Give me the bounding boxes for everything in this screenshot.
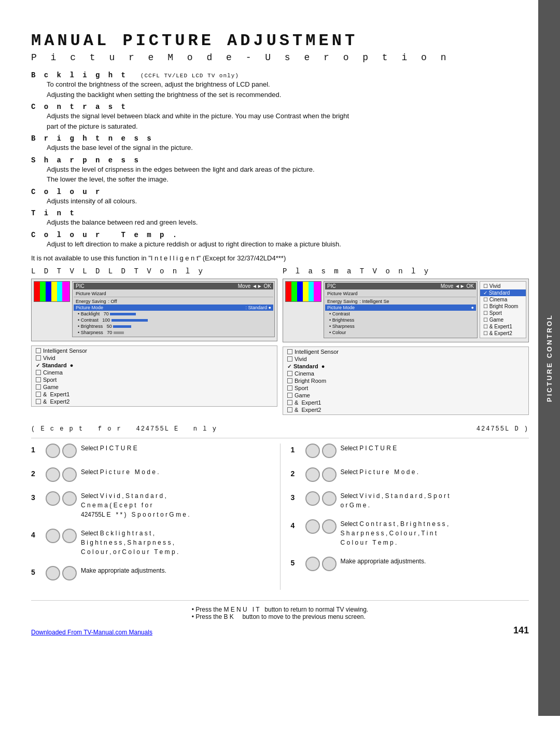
step-circle-2a xyxy=(46,467,60,482)
steps-right-col: 1 Select P I C T U R E 2 Select P i c t … xyxy=(291,444,529,590)
picture-mode-row-left: Picture Mode: Standard ● xyxy=(74,305,273,311)
section-desc-colour-temp: Adjust to left direction to make a pictu… xyxy=(47,239,529,250)
sidebar: PICTURE CONTROL xyxy=(538,0,560,716)
step-circle-r4a xyxy=(305,519,320,534)
dropdown-item-standard-left: ✓ Standard ● xyxy=(32,362,277,369)
step-left-2: 2 Select P i c t u r e M o d e . xyxy=(31,467,270,482)
section-title-tint: T i n t xyxy=(31,209,529,217)
except-left: ( E c e p t f o r 424755L E n l y xyxy=(31,425,217,433)
section-desc-contrast: Adjusts the signal level between black a… xyxy=(47,111,529,131)
dropdown-item-cinema-left: Cinema xyxy=(32,369,277,376)
chk-cinema-right xyxy=(287,371,292,376)
step-right-5: 5 Make appropriate adjustments. xyxy=(291,557,529,571)
dropdown-left: Intelligent Sensor Vivid ✓ Standard ● Ci… xyxy=(31,345,277,407)
section-title-backlight: B c k l i g h t (CCFL TV/LED LCD TV only… xyxy=(31,71,529,79)
bar-brightness: • Brightness 50 xyxy=(74,323,273,329)
picture-wizard-right: Picture Wizard xyxy=(325,290,476,297)
step-circle-r1b xyxy=(322,444,337,458)
dropdown-item-expert2-left: & Expert2 xyxy=(32,398,277,405)
chk-intelligent-right xyxy=(287,349,292,354)
step-circle-3a xyxy=(46,491,60,506)
section-desc-colour: Adjusts intensity of all colours. xyxy=(47,196,529,206)
footer-link[interactable]: Downloaded From TV-Manual.com Manuals xyxy=(31,629,152,636)
tv-controls-right: Move ◄► OK xyxy=(441,283,474,289)
dropdown-item-intelligent-sensor-left: Intelligent Sensor xyxy=(32,347,277,354)
step-circle-r5a xyxy=(305,557,320,571)
step-right-3: 3 Select V i v i d , S t a n d a r d , S… xyxy=(291,491,529,510)
dropdown-item-game-right: Game xyxy=(283,392,528,399)
bar-sharpness-right: • Sharpness xyxy=(325,323,476,329)
step-left-3: 3 Select V i v i d , S t a n d a r d , C… xyxy=(31,491,270,519)
dropdown-right-middle: Intelligent Sensor Vivid ✓ Standard ● Ci… xyxy=(283,347,529,415)
step-circle-1a xyxy=(46,444,60,458)
chk-expert2-right xyxy=(287,407,292,412)
plasma-dd-game: ☐ Game xyxy=(480,316,526,323)
bar-sharpness: • Sharpness 70 xyxy=(74,329,273,336)
step-right-2: 2 Select P i c t u r e M o d e . xyxy=(291,467,529,482)
col-right: P l a s m a T V o n l y PIC Move ◄► OK P… xyxy=(283,267,529,415)
except-row: ( E c e p t f o r 424755L E n l y 424755… xyxy=(31,425,529,433)
bar-contrast: • Contrast 100 xyxy=(74,317,273,323)
plasma-dd-cinema: ☐ Cinema xyxy=(480,296,526,303)
step-circle-1b xyxy=(62,444,77,458)
step-circle-r2a xyxy=(305,467,320,482)
picture-wizard-left: Picture Wizard xyxy=(74,290,273,297)
col-left-header: L D T V L D L D T V o n l y xyxy=(31,267,277,275)
chk-vivid-left xyxy=(36,355,41,361)
plasma-dd-expert1: ☐ & Expert1 xyxy=(480,323,526,330)
tv-controls-left: Move ◄► OK xyxy=(238,283,271,289)
dropdown-item-expert2-right: & Expert2 xyxy=(283,406,528,413)
checkmark-standard-right: ✓ xyxy=(287,364,291,369)
step-circle-r1a xyxy=(305,444,320,458)
step-circle-3b xyxy=(62,491,77,506)
section-desc-tint: Adjusts the balance between red and gree… xyxy=(47,217,529,228)
dropdown-item-vivid-right: Vivid xyxy=(283,355,528,363)
plasma-dd-bright-room: ☐ Bright Room xyxy=(480,303,526,310)
step-right-4: 4 Select C o n t r a s t , B r i g h t n… xyxy=(291,519,529,547)
step-right-3-text: Select V i v i d , S t a n d a r d , S p… xyxy=(341,491,529,510)
section-title-sharpness: S h a r p n e s s xyxy=(31,156,529,164)
step-left-3-text: Select V i v i d , S t a n d a r d , C n… xyxy=(81,491,270,519)
bottom-area: • Press the M E N U I T button to return… xyxy=(31,600,529,620)
dropdown-item-sport-left: Sport xyxy=(32,376,277,383)
bar-colour-right: • Colour xyxy=(325,329,476,336)
energy-saving-left: Energy Saving: Off xyxy=(74,298,273,305)
tv-menu-title-left: PIC xyxy=(76,283,85,289)
tv-ui-left: PIC Move ◄► OK Picture Wizard Energy Sav… xyxy=(31,279,277,341)
step-circle-r2b xyxy=(322,467,337,482)
steps-container: 1 Select P I C T U R E 2 Select P i c t … xyxy=(31,444,529,590)
step-left-5: 5 Make appropriate adjustments. xyxy=(31,566,270,580)
step-right-4-text: Select C o n t r a s t , B r i g h t n e… xyxy=(341,519,529,547)
plasma-dd-vivid: ☐ Vivid xyxy=(480,283,526,289)
step-left-2-text: Select P i c t u r e M o d e . xyxy=(81,467,270,477)
step-circle-5a xyxy=(46,566,60,580)
chk-expert1-left xyxy=(36,392,41,397)
dropdown-item-cinema-right: Cinema xyxy=(283,370,528,377)
bottom-note-1: • Press the M E N U I T button to return… xyxy=(192,606,368,613)
step-left-4-text: Select B c k l i g h t r a s t , B i g h… xyxy=(81,529,270,557)
dropdown-item-intelligent-sensor-right: Intelligent Sensor xyxy=(283,348,528,355)
plasma-dd-standard: ✓ Standard xyxy=(480,289,526,296)
bar-contrast-right: • Contrast xyxy=(325,311,476,317)
step-right-5-text: Make appropriate adjustments. xyxy=(341,557,529,566)
step-circle-r4b xyxy=(322,519,337,534)
page-number: 141 xyxy=(513,625,529,636)
section-title-colour: C o l o u r xyxy=(31,188,529,196)
section-title-brightness: B r i g h t n e s s xyxy=(31,134,529,143)
dropdown-item-game-left: Game xyxy=(32,383,277,391)
bottom-notes: • Press the M E N U I T button to return… xyxy=(192,606,368,620)
tv-menu-title-right: PIC xyxy=(327,283,336,289)
chk-intelligent-sensor-left xyxy=(36,348,41,353)
step-right-2-text: Select P i c t u r e M o d e . xyxy=(341,467,529,477)
step-circle-2b xyxy=(62,467,77,482)
step-circle-r3b xyxy=(322,491,337,506)
checkmark-standard-left: ✓ xyxy=(36,363,40,368)
section-desc-backlight: To control the brightness of the screen,… xyxy=(47,79,529,100)
chk-sport-left xyxy=(36,377,41,382)
step-left-1-text: Select P I C T U R E xyxy=(81,444,270,453)
divider-main xyxy=(31,438,529,438)
two-col-tv-ui: L D T V L D L D T V o n l y PIC Move ◄► … xyxy=(31,267,529,415)
step-left-1: 1 Select P I C T U R E xyxy=(31,444,270,458)
dropdown-item-expert1-right: & Expert1 xyxy=(283,399,528,406)
step-left-4: 4 Select B c k l i g h t r a s t , B i g… xyxy=(31,529,270,557)
